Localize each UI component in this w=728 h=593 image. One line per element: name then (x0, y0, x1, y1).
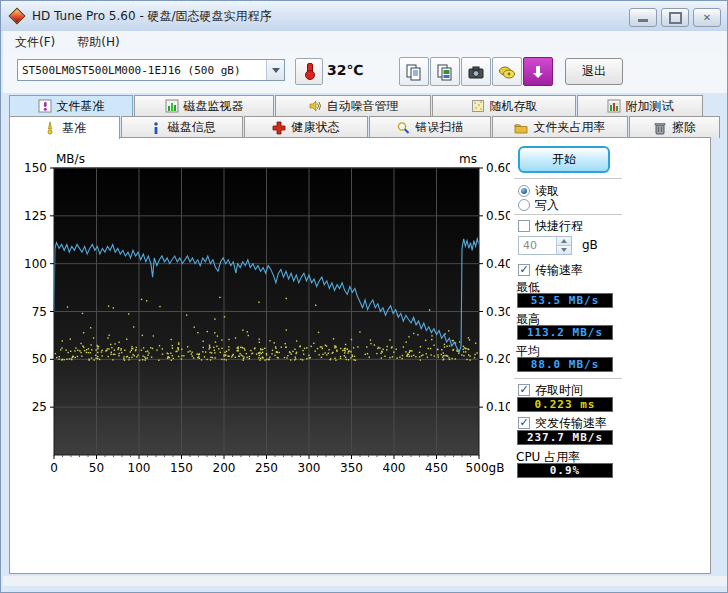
drive-select-value: ST500LM0ST500LM000-1EJ16 (500 gB) (18, 64, 266, 77)
benchmark-chart: 1501251007550250.600.500.400.300.200.100… (10, 143, 510, 483)
stepper-value: 40 (523, 239, 537, 252)
svg-text:200: 200 (213, 461, 236, 475)
min-value: 53.5 MB/s (531, 294, 600, 307)
error-scan-icon (396, 121, 410, 135)
svg-text:250: 250 (255, 461, 278, 475)
minimize-icon (638, 19, 648, 22)
outer-tab-bar: 文件基准 磁盘监视器 自动噪音管理 随机存取 附加测试 (9, 95, 721, 116)
extra-tests-icon (607, 99, 621, 113)
copy-image-button[interactable] (430, 57, 460, 86)
drive-select-dropdown[interactable]: ST500LM0ST500LM000-1EJ16 (500 gB) (17, 59, 285, 81)
tab-folder-usage[interactable]: 文件夹占用率 (492, 116, 629, 138)
window-bottom-frame (3, 576, 727, 586)
tab-disk-monitor[interactable]: 磁盘监视器 (134, 95, 274, 116)
transfer-rate-checkbox[interactable]: 传输速率 (518, 263, 583, 277)
max-label: 最高 (516, 311, 540, 325)
window-title: HD Tune Pro 5.60 - 硬盘/固态硬盘实用程序 (32, 8, 272, 25)
maximize-button[interactable] (661, 8, 689, 27)
tab-auto-acoustic[interactable]: 自动噪音管理 (275, 95, 431, 116)
menu-file[interactable]: 文件(F) (5, 32, 65, 53)
svg-text:100: 100 (128, 461, 151, 475)
tab-health[interactable]: 健康状态 (244, 116, 368, 138)
svg-text:0: 0 (50, 461, 58, 475)
benchmark-bulb-icon (43, 121, 57, 135)
stepper-down-button[interactable] (556, 245, 571, 254)
tab-label: 擦除 (672, 119, 696, 136)
access-time-label: 存取时间 (535, 382, 583, 399)
titlebar[interactable]: HD Tune Pro 5.60 - 硬盘/固态硬盘实用程序 ✕ (1, 1, 728, 31)
chevron-down-icon (272, 68, 280, 73)
tab-label: 文件基准 (57, 98, 105, 115)
close-icon: ✕ (703, 13, 711, 23)
inner-tab-bar: 基准 磁盘信息 健康状态 错误扫描 文件夹占用率 擦除 (9, 116, 721, 138)
svg-text:100: 100 (24, 257, 47, 271)
min-value-display: 53.5 MB/s (517, 293, 613, 308)
tab-file-benchmark[interactable]: 文件基准 (9, 95, 133, 116)
exit-button[interactable]: 退出 (565, 58, 623, 85)
min-label: 最低 (516, 279, 540, 293)
divider (514, 178, 622, 179)
burst-rate-value: 237.7 MB/s (527, 431, 603, 444)
burst-rate-checkbox[interactable]: 突发传输速率 (518, 416, 607, 430)
copy-image-icon (436, 63, 454, 81)
short-stroke-checkbox[interactable]: 快捷行程 (518, 219, 583, 233)
checkbox-icon (518, 220, 530, 232)
tab-disk-info[interactable]: 磁盘信息 (121, 116, 243, 138)
toolbar: ST500LM0ST500LM000-1EJ16 (500 gB) 32℃ (3, 53, 727, 93)
temperature-value: 32℃ (327, 62, 363, 78)
stepper-unit: gB (582, 238, 598, 252)
tab-label: 健康状态 (291, 119, 339, 136)
disks-icon (498, 63, 516, 81)
svg-text:0.30: 0.30 (486, 305, 510, 319)
checkbox-icon (518, 264, 530, 276)
dropdown-button[interactable] (266, 60, 284, 80)
divider (514, 214, 622, 215)
short-stroke-size-stepper[interactable]: 40 (518, 236, 572, 255)
copy-text-button[interactable] (399, 57, 429, 86)
svg-text:75: 75 (32, 305, 47, 319)
menubar: 文件(F) 帮助(H) (3, 31, 727, 54)
svg-text:0.50: 0.50 (486, 209, 510, 223)
disks-button[interactable] (492, 57, 522, 86)
app-logo-icon (10, 9, 25, 24)
access-time-checkbox[interactable]: 存取时间 (518, 383, 583, 397)
benchmark-page: 1501251007550250.600.500.400.300.200.100… (9, 137, 711, 574)
screenshot-button[interactable] (461, 57, 491, 86)
svg-text:150: 150 (170, 461, 193, 475)
tab-label: 基准 (62, 120, 86, 137)
svg-text:ms: ms (459, 152, 477, 166)
copy-text-icon (405, 63, 423, 81)
control-panel: 开始 读取 写入 快捷行程 40 gB (512, 138, 628, 575)
temperature-button[interactable] (295, 58, 323, 85)
svg-text:0.60: 0.60 (486, 161, 510, 175)
write-radio[interactable]: 写入 (518, 198, 559, 212)
cpu-usage-label: CPU 占用率 (516, 449, 580, 463)
cpu-usage-value: 0.9% (550, 464, 581, 477)
avg-label: 平均 (516, 343, 540, 357)
tab-label: 随机存取 (490, 98, 538, 115)
download-button[interactable] (523, 57, 553, 86)
info-icon (149, 121, 163, 135)
close-button[interactable]: ✕ (693, 8, 721, 27)
health-cross-icon (272, 121, 286, 135)
start-label: 开始 (552, 151, 576, 168)
max-value-display: 113.2 MB/s (517, 325, 613, 340)
radio-icon (518, 185, 530, 197)
svg-text:350: 350 (340, 461, 363, 475)
tab-label: 文件夹占用率 (533, 119, 605, 136)
tab-erase[interactable]: 擦除 (629, 116, 720, 138)
checkbox-icon (518, 384, 530, 396)
stepper-up-button[interactable] (556, 237, 571, 245)
tab-random-access[interactable]: 随机存取 (432, 95, 576, 116)
tab-error-scan[interactable]: 错误扫描 (369, 116, 491, 138)
start-button[interactable]: 开始 (518, 146, 610, 173)
divider (514, 378, 622, 379)
svg-text:50: 50 (89, 461, 104, 475)
tab-benchmark[interactable]: 基准 (9, 116, 120, 139)
menu-help[interactable]: 帮助(H) (67, 32, 129, 53)
svg-text:0.40: 0.40 (486, 257, 510, 271)
random-access-icon (471, 99, 485, 113)
tab-label: 磁盘信息 (168, 119, 216, 136)
minimize-button[interactable] (629, 8, 657, 27)
tab-extra-tests[interactable]: 附加测试 (577, 95, 703, 116)
